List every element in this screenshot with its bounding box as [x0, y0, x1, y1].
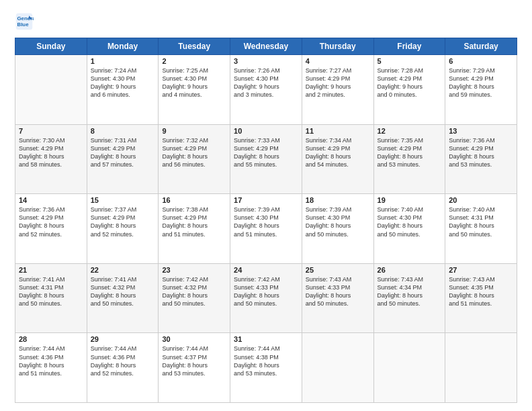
day-number: 22: [91, 266, 155, 274]
calendar-cell: [373, 333, 445, 403]
calendar-cell: 5Sunrise: 7:28 AM Sunset: 4:29 PM Daylig…: [373, 55, 445, 125]
day-number: 11: [306, 127, 370, 135]
calendar-cell: 23Sunrise: 7:42 AM Sunset: 4:32 PM Dayli…: [159, 263, 230, 333]
day-number: 3: [234, 57, 298, 65]
calendar-cell: 27Sunrise: 7:43 AM Sunset: 4:35 PM Dayli…: [445, 263, 517, 333]
calendar-cell: 11Sunrise: 7:34 AM Sunset: 4:29 PM Dayli…: [302, 124, 373, 194]
day-number: 26: [378, 266, 442, 274]
day-number: 21: [19, 266, 83, 274]
day-info: Sunrise: 7:40 AM Sunset: 4:31 PM Dayligh…: [449, 205, 513, 238]
day-info: Sunrise: 7:26 AM Sunset: 4:30 PM Dayligh…: [234, 66, 298, 99]
calendar-cell: [302, 333, 373, 403]
day-number: 2: [162, 57, 226, 65]
calendar-cell: 18Sunrise: 7:39 AM Sunset: 4:30 PM Dayli…: [302, 194, 373, 264]
day-number: 23: [162, 266, 226, 274]
day-info: Sunrise: 7:36 AM Sunset: 4:29 PM Dayligh…: [449, 136, 513, 169]
day-info: Sunrise: 7:31 AM Sunset: 4:29 PM Dayligh…: [91, 136, 155, 169]
day-info: Sunrise: 7:43 AM Sunset: 4:35 PM Dayligh…: [449, 275, 513, 308]
day-number: 4: [306, 57, 370, 65]
day-info: Sunrise: 7:27 AM Sunset: 4:29 PM Dayligh…: [306, 66, 370, 99]
day-number: 20: [449, 196, 513, 204]
calendar-cell: 7Sunrise: 7:30 AM Sunset: 4:29 PM Daylig…: [15, 124, 87, 194]
calendar-week-row: 28Sunrise: 7:44 AM Sunset: 4:36 PM Dayli…: [15, 333, 517, 403]
calendar-cell: 4Sunrise: 7:27 AM Sunset: 4:29 PM Daylig…: [302, 55, 373, 125]
day-info: Sunrise: 7:39 AM Sunset: 4:30 PM Dayligh…: [306, 205, 370, 238]
day-number: 17: [234, 196, 298, 204]
calendar-cell: 15Sunrise: 7:37 AM Sunset: 4:29 PM Dayli…: [87, 194, 159, 264]
day-info: Sunrise: 7:29 AM Sunset: 4:29 PM Dayligh…: [449, 66, 513, 99]
calendar-cell: 1Sunrise: 7:24 AM Sunset: 4:30 PM Daylig…: [87, 55, 159, 125]
day-info: Sunrise: 7:36 AM Sunset: 4:29 PM Dayligh…: [19, 205, 83, 238]
calendar-cell: 31Sunrise: 7:44 AM Sunset: 4:38 PM Dayli…: [230, 333, 302, 403]
calendar-week-row: 14Sunrise: 7:36 AM Sunset: 4:29 PM Dayli…: [15, 194, 517, 264]
weekday-header-saturday: Saturday: [445, 38, 517, 55]
day-info: Sunrise: 7:30 AM Sunset: 4:29 PM Dayligh…: [19, 136, 83, 169]
day-number: 12: [378, 127, 442, 135]
calendar-cell: [15, 55, 87, 125]
day-info: Sunrise: 7:42 AM Sunset: 4:32 PM Dayligh…: [162, 275, 226, 308]
day-number: 30: [162, 335, 226, 343]
calendar-cell: 20Sunrise: 7:40 AM Sunset: 4:31 PM Dayli…: [445, 194, 517, 264]
day-number: 9: [162, 127, 226, 135]
calendar-cell: 14Sunrise: 7:36 AM Sunset: 4:29 PM Dayli…: [15, 194, 87, 264]
logo: General Blue: [15, 12, 36, 31]
calendar-cell: 19Sunrise: 7:40 AM Sunset: 4:30 PM Dayli…: [373, 194, 445, 264]
weekday-header-wednesday: Wednesday: [230, 38, 302, 55]
calendar-cell: 6Sunrise: 7:29 AM Sunset: 4:29 PM Daylig…: [445, 55, 517, 125]
day-number: 29: [91, 335, 155, 343]
calendar-cell: 3Sunrise: 7:26 AM Sunset: 4:30 PM Daylig…: [230, 55, 302, 125]
day-number: 15: [91, 196, 155, 204]
day-info: Sunrise: 7:41 AM Sunset: 4:32 PM Dayligh…: [91, 275, 155, 308]
day-info: Sunrise: 7:44 AM Sunset: 4:36 PM Dayligh…: [19, 345, 83, 377]
day-info: Sunrise: 7:41 AM Sunset: 4:31 PM Dayligh…: [19, 275, 83, 308]
calendar-week-row: 7Sunrise: 7:30 AM Sunset: 4:29 PM Daylig…: [15, 124, 517, 194]
weekday-header-monday: Monday: [87, 38, 159, 55]
day-number: 13: [449, 127, 513, 135]
calendar-cell: 16Sunrise: 7:38 AM Sunset: 4:29 PM Dayli…: [159, 194, 230, 264]
weekday-header-thursday: Thursday: [302, 38, 373, 55]
day-number: 5: [378, 57, 442, 65]
calendar-cell: 26Sunrise: 7:43 AM Sunset: 4:34 PM Dayli…: [373, 263, 445, 333]
day-info: Sunrise: 7:25 AM Sunset: 4:30 PM Dayligh…: [162, 66, 226, 99]
page: General Blue SundayMondayTuesdayWednesda…: [0, 0, 532, 411]
calendar-header-row: SundayMondayTuesdayWednesdayThursdayFrid…: [15, 38, 517, 55]
weekday-header-tuesday: Tuesday: [159, 38, 230, 55]
day-info: Sunrise: 7:33 AM Sunset: 4:29 PM Dayligh…: [234, 136, 298, 169]
day-number: 28: [19, 335, 83, 343]
day-info: Sunrise: 7:37 AM Sunset: 4:29 PM Dayligh…: [91, 205, 155, 238]
day-number: 31: [234, 335, 298, 343]
calendar-cell: 12Sunrise: 7:35 AM Sunset: 4:29 PM Dayli…: [373, 124, 445, 194]
day-info: Sunrise: 7:32 AM Sunset: 4:29 PM Dayligh…: [162, 136, 226, 169]
calendar-week-row: 21Sunrise: 7:41 AM Sunset: 4:31 PM Dayli…: [15, 263, 517, 333]
day-info: Sunrise: 7:42 AM Sunset: 4:33 PM Dayligh…: [234, 275, 298, 308]
weekday-header-sunday: Sunday: [15, 38, 87, 55]
calendar-week-row: 1Sunrise: 7:24 AM Sunset: 4:30 PM Daylig…: [15, 55, 517, 125]
day-info: Sunrise: 7:40 AM Sunset: 4:30 PM Dayligh…: [378, 205, 442, 238]
day-number: 19: [378, 196, 442, 204]
day-info: Sunrise: 7:44 AM Sunset: 4:38 PM Dayligh…: [234, 345, 298, 377]
calendar-cell: 29Sunrise: 7:44 AM Sunset: 4:36 PM Dayli…: [87, 333, 159, 403]
day-number: 1: [91, 57, 155, 65]
calendar-cell: 9Sunrise: 7:32 AM Sunset: 4:29 PM Daylig…: [159, 124, 230, 194]
calendar-cell: 30Sunrise: 7:44 AM Sunset: 4:37 PM Dayli…: [159, 333, 230, 403]
day-info: Sunrise: 7:35 AM Sunset: 4:29 PM Dayligh…: [378, 136, 442, 169]
day-number: 10: [234, 127, 298, 135]
day-number: 24: [234, 266, 298, 274]
day-number: 18: [306, 196, 370, 204]
day-number: 16: [162, 196, 226, 204]
logo-icon: General Blue: [15, 12, 34, 31]
calendar-cell: 13Sunrise: 7:36 AM Sunset: 4:29 PM Dayli…: [445, 124, 517, 194]
calendar-cell: 2Sunrise: 7:25 AM Sunset: 4:30 PM Daylig…: [159, 55, 230, 125]
day-number: 6: [449, 57, 513, 65]
day-number: 25: [306, 266, 370, 274]
svg-text:Blue: Blue: [17, 21, 30, 28]
calendar-cell: 8Sunrise: 7:31 AM Sunset: 4:29 PM Daylig…: [87, 124, 159, 194]
calendar-cell: [445, 333, 517, 403]
day-number: 8: [91, 127, 155, 135]
calendar-cell: 24Sunrise: 7:42 AM Sunset: 4:33 PM Dayli…: [230, 263, 302, 333]
calendar-cell: 25Sunrise: 7:43 AM Sunset: 4:33 PM Dayli…: [302, 263, 373, 333]
header: General Blue: [15, 12, 517, 31]
day-info: Sunrise: 7:34 AM Sunset: 4:29 PM Dayligh…: [306, 136, 370, 169]
day-info: Sunrise: 7:24 AM Sunset: 4:30 PM Dayligh…: [91, 66, 155, 99]
calendar-cell: 28Sunrise: 7:44 AM Sunset: 4:36 PM Dayli…: [15, 333, 87, 403]
